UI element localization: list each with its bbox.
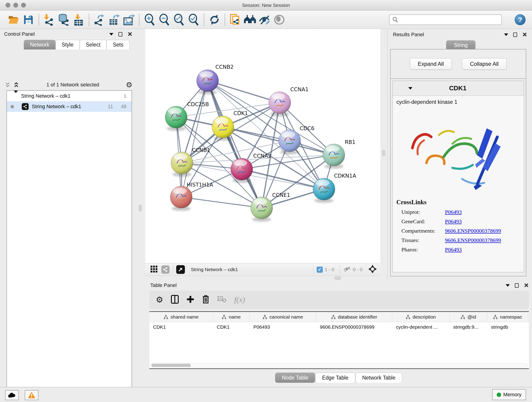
- cell-namespac[interactable]: stringdb: [487, 324, 528, 330]
- import-table-icon[interactable]: [71, 13, 86, 27]
- column-header-id[interactable]: @id: [450, 312, 487, 322]
- tab-network-table[interactable]: Network Table: [355, 373, 402, 383]
- collapse-all-icon[interactable]: [4, 81, 11, 88]
- tab-string[interactable]: String: [446, 40, 475, 50]
- clone-network-icon[interactable]: [228, 13, 243, 27]
- window-zoom-button[interactable]: [21, 3, 26, 7]
- function-builder-icon[interactable]: f(x): [234, 295, 245, 304]
- string-home-icon[interactable]: [243, 13, 257, 27]
- node-section-header[interactable]: CDK1: [393, 81, 524, 96]
- right-splitter-handle[interactable]: [382, 150, 385, 156]
- cell-canonical-name[interactable]: P06493: [250, 324, 316, 330]
- grid-view-icon[interactable]: [150, 265, 158, 274]
- table-float-icon[interactable]: [515, 283, 519, 288]
- hidden-eye-icon[interactable]: [343, 266, 351, 273]
- window-close-button[interactable]: [6, 3, 10, 7]
- cell-id[interactable]: stringdb:9...: [450, 324, 487, 330]
- column-header-name[interactable]: name: [213, 312, 250, 322]
- column-header-namespac[interactable]: namespac: [487, 312, 528, 322]
- column-header-canonical-name[interactable]: canonical name: [250, 312, 316, 322]
- zoom-in-icon[interactable]: [142, 13, 157, 27]
- tab-edge-table[interactable]: Edge Table: [316, 373, 355, 383]
- crosslink-link[interactable]: 9606.ENSP00000378699: [445, 237, 501, 243]
- column-header-description[interactable]: description: [392, 312, 450, 322]
- cell-description[interactable]: cyclin-dependent ...: [392, 324, 450, 330]
- results-menu-icon[interactable]: [504, 33, 508, 36]
- section-collapse-icon[interactable]: [408, 87, 412, 89]
- save-session-icon[interactable]: [21, 13, 36, 27]
- show-columns-icon[interactable]: [171, 295, 179, 305]
- refresh-icon[interactable]: [207, 13, 222, 27]
- node-HIST1H1A[interactable]: HIST1H1A: [170, 182, 213, 211]
- search-input[interactable]: [400, 17, 499, 22]
- network-collection-row[interactable]: String Network – cdk1 1: [7, 91, 132, 101]
- tab-node-table[interactable]: Node Table: [275, 373, 315, 383]
- bottom-splitter[interactable]: [145, 276, 380, 280]
- add-column-icon[interactable]: [186, 295, 194, 304]
- node-CCNB2[interactable]: CCNB2: [196, 64, 234, 95]
- crosslink-link[interactable]: P06493: [445, 218, 462, 225]
- tab-sets[interactable]: Sets: [107, 40, 129, 50]
- node-CDC25B[interactable]: CDC25B: [165, 101, 209, 131]
- collection-expand-icon[interactable]: [14, 93, 18, 99]
- results-float-icon[interactable]: [513, 32, 517, 37]
- import-network-icon[interactable]: [42, 13, 57, 27]
- show-all-icon[interactable]: [272, 13, 287, 27]
- export-image-icon[interactable]: [121, 13, 136, 27]
- memory-button[interactable]: Memory: [492, 389, 526, 400]
- expand-all-icon[interactable]: [13, 81, 20, 88]
- export-table-icon[interactable]: [107, 13, 121, 27]
- crosslink-link[interactable]: P06493: [445, 209, 462, 215]
- panel-float-icon[interactable]: [119, 32, 122, 36]
- collapse-all-button[interactable]: Collapse All: [462, 58, 507, 70]
- search-box[interactable]: [389, 14, 502, 25]
- help-icon[interactable]: ?: [515, 14, 526, 25]
- expand-all-button[interactable]: Expand All: [410, 58, 452, 70]
- window-minimize-button[interactable]: [13, 3, 18, 7]
- network-row[interactable]: String Network – cdk1 11 48: [7, 101, 132, 112]
- table-menu-icon[interactable]: [506, 284, 510, 287]
- open-session-icon[interactable]: [6, 13, 21, 27]
- zoom-fit-icon[interactable]: [172, 13, 186, 27]
- network-share-icon[interactable]: [161, 265, 170, 274]
- cell-database-identifier[interactable]: 9606.ENSP00000378699: [316, 324, 392, 330]
- column-header-shared-name[interactable]: shared name: [149, 312, 213, 322]
- cell-name[interactable]: CDK1: [213, 324, 250, 330]
- crosslink-link[interactable]: P06493: [445, 247, 462, 253]
- warnings-button[interactable]: [25, 390, 38, 400]
- node-RB1[interactable]: RB1: [323, 139, 355, 169]
- results-close-icon[interactable]: ✕: [522, 32, 527, 37]
- crosslink-link[interactable]: 9606.ENSP00000378699: [445, 228, 501, 234]
- left-splitter-handle[interactable]: [139, 205, 142, 211]
- import-database-icon[interactable]: [57, 13, 71, 27]
- network-options-gear-icon[interactable]: ⚙: [126, 80, 133, 89]
- zoom-out-icon[interactable]: [157, 13, 172, 27]
- table-settings-gear-icon[interactable]: ⚙: [156, 295, 163, 305]
- panel-close-icon[interactable]: ✕: [127, 32, 133, 36]
- bottom-splitter-handle[interactable]: [335, 277, 341, 280]
- panel-menu-icon[interactable]: [109, 33, 114, 36]
- export-network-icon[interactable]: [92, 13, 107, 27]
- cloud-status-button[interactable]: [5, 390, 19, 400]
- right-splitter[interactable]: [380, 29, 387, 280]
- delete-column-icon[interactable]: [202, 295, 209, 305]
- table-close-icon[interactable]: ✕: [524, 283, 529, 288]
- zoom-selected-icon[interactable]: [186, 13, 201, 27]
- cell-shared-name[interactable]: CDK1: [149, 324, 213, 330]
- table-hscrollbar[interactable]: [150, 363, 528, 367]
- table-hscrollbar-thumb[interactable]: [152, 364, 191, 367]
- tab-network[interactable]: Network: [24, 40, 56, 50]
- column-header-database-identifier[interactable]: database identifier: [316, 312, 392, 322]
- node-CCNA1[interactable]: CCNA1: [269, 86, 309, 116]
- tab-style[interactable]: Style: [56, 40, 80, 50]
- network-canvas[interactable]: CCNB2CCNA1CDC25BCDK1CDC6RB1CCNB1CCNA2CDK…: [145, 29, 380, 263]
- table-row[interactable]: CDK1CDK1P064939606.ENSP00000378699cyclin…: [149, 322, 529, 332]
- left-splitter[interactable]: [136, 29, 145, 280]
- tab-select[interactable]: Select: [80, 40, 107, 50]
- birdseye-icon[interactable]: [368, 264, 377, 274]
- selected-checkbox-icon[interactable]: ✓: [317, 267, 323, 273]
- detach-view-icon[interactable]: [176, 265, 185, 274]
- delete-table-icon[interactable]: [217, 296, 226, 304]
- hide-selected-icon[interactable]: [257, 13, 272, 27]
- node-CDKN1A[interactable]: CDKN1A: [313, 173, 356, 203]
